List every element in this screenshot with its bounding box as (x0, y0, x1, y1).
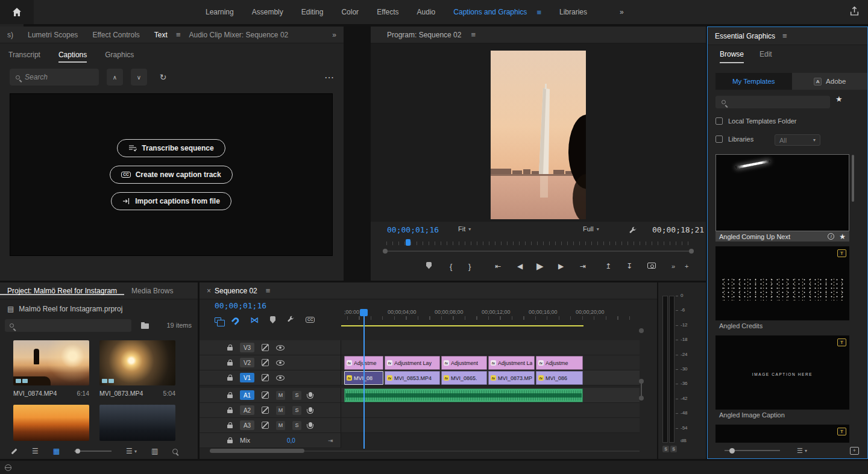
tab-sequence-02[interactable]: Sequence 02 (212, 287, 265, 295)
track-lane-a2[interactable] (341, 403, 640, 418)
scrollbar[interactable] (852, 155, 854, 202)
nest-toggle-icon[interactable] (215, 317, 221, 323)
clip-thumbnail-mvi-0873[interactable] (99, 340, 175, 385)
workspace-effects[interactable]: Effects (377, 8, 398, 16)
mute-button[interactable]: M (276, 406, 285, 415)
tab-browse[interactable]: Browse (720, 50, 744, 63)
sync-lock-icon[interactable] (262, 422, 269, 429)
filter-local-templates[interactable]: Local Templates Folder (715, 117, 797, 125)
info-icon[interactable]: i (828, 233, 834, 240)
export-frame-button[interactable] (647, 259, 656, 273)
extract-button[interactable]: ↧ (626, 259, 632, 273)
subtab-captions[interactable]: Captions (58, 51, 87, 63)
template-label-bar[interactable]: Angled Coming Up Next i ★ (715, 231, 849, 242)
slider-knob[interactable] (729, 448, 735, 454)
lock-icon[interactable] (227, 425, 233, 428)
voiceover-record-icon[interactable] (309, 407, 312, 412)
lock-icon[interactable] (227, 347, 233, 351)
icon-view-button[interactable]: ▦ (53, 447, 60, 455)
lock-icon[interactable] (227, 440, 233, 443)
subtab-transcript[interactable]: Transcript (8, 51, 40, 63)
panel-menu-icon[interactable]: ≡ (266, 286, 271, 295)
step-forward-button[interactable]: ▶ (558, 259, 564, 273)
caption-search-input[interactable]: Search (10, 69, 99, 86)
horizontal-scrollbar-handle[interactable] (210, 449, 304, 453)
clip-thumbnail-mvi-0874[interactable] (13, 340, 89, 385)
mark-in-button[interactable]: { (450, 259, 452, 273)
program-timecode[interactable]: 00;00;01;16 (387, 225, 439, 234)
favorite-star-icon[interactable]: ★ (839, 232, 846, 241)
program-viewer[interactable] (371, 43, 706, 222)
checkbox[interactable] (715, 117, 723, 125)
go-to-out-button[interactable]: ⇥ (580, 259, 586, 273)
workspace-menu-icon[interactable]: ≡ (536, 8, 541, 17)
refresh-captions-button[interactable]: ↻ (155, 69, 171, 86)
thumbnail-size-slider[interactable] (725, 450, 780, 451)
clip-adjustment-layer[interactable]: fxAdjustme (536, 356, 583, 370)
solo-left-button[interactable]: S (662, 446, 669, 452)
panel-menu-icon[interactable]: ≡ (471, 30, 476, 39)
template-angled-credits[interactable]: T (715, 246, 849, 320)
lock-icon[interactable] (227, 394, 233, 398)
track-label-v2[interactable]: V2 (240, 358, 254, 367)
program-playhead[interactable] (406, 239, 410, 246)
step-back-button[interactable]: ◀ (517, 259, 523, 273)
thumbnail-size-slider[interactable] (74, 451, 112, 452)
new-layer-button[interactable]: + (850, 447, 859, 455)
clip-name[interactable]: MVI_0873.MP4 (99, 390, 143, 397)
track-label-a2[interactable]: A2 (240, 405, 254, 415)
lock-icon[interactable] (227, 377, 233, 381)
solo-button[interactable]: S (292, 391, 301, 400)
track-lane-a3[interactable] (341, 418, 640, 433)
sync-lock-icon[interactable] (262, 374, 269, 381)
workspace-color[interactable]: Color (341, 8, 359, 16)
tab-overflow-icon[interactable]: » (332, 31, 344, 39)
track-label-v1[interactable]: V1 (240, 373, 254, 382)
tab-edit[interactable]: Edit (760, 50, 772, 63)
libraries-select[interactable]: All ▾ (775, 134, 820, 146)
clip-audio[interactable] (344, 388, 583, 402)
timeline-settings-icon[interactable] (287, 314, 294, 325)
subtab-graphics[interactable]: Graphics (105, 51, 134, 63)
voiceover-record-icon[interactable] (309, 422, 312, 427)
template-search-input[interactable] (715, 96, 830, 108)
close-sequence-icon[interactable]: × (200, 287, 212, 295)
workspace-overflow-icon[interactable]: » (620, 8, 624, 16)
track-label-a3[interactable]: A3 (240, 420, 254, 430)
captions-menu-icon[interactable]: CC (306, 317, 315, 323)
clip-adjustment-layer[interactable]: fxAdjustment (441, 356, 487, 370)
source-my-templates[interactable]: My Templates (715, 73, 792, 90)
transport-overflow-icon[interactable]: » (671, 259, 675, 273)
linked-selection-icon[interactable]: ⋈ (250, 315, 259, 325)
solo-right-button[interactable]: S (670, 446, 677, 452)
zoom-handle-left[interactable] (383, 249, 388, 254)
work-area-bar[interactable] (341, 325, 583, 326)
checkbox[interactable] (715, 136, 723, 143)
clip-video[interactable]: fxMVI_0873.MP (488, 371, 535, 385)
lock-icon[interactable] (227, 362, 233, 366)
clip-thumbnail[interactable] (13, 405, 89, 441)
clip-video[interactable]: fxMVI_0853.MP4 (385, 371, 440, 385)
previous-caption-button[interactable]: ∧ (107, 69, 123, 86)
clip-video[interactable]: fxMVI_086 (536, 371, 583, 385)
home-button[interactable] (0, 0, 34, 24)
play-button[interactable]: ▶ (536, 259, 544, 273)
tab-text[interactable]: Text (147, 31, 175, 39)
clip-name[interactable]: MVI_0874.MP4 (13, 390, 57, 397)
template-partial[interactable]: T (715, 425, 849, 444)
solo-button[interactable]: S (292, 406, 301, 415)
program-zoom-scrollbar[interactable] (388, 251, 689, 252)
track-label-a1[interactable]: A1 (240, 390, 254, 400)
import-captions-button[interactable]: Import captions from file (111, 192, 231, 210)
panel-menu-icon[interactable]: ≡ (782, 31, 787, 40)
zoom-level-select[interactable]: Fit▾ (458, 225, 471, 232)
sort-button[interactable]: ☰▾ (126, 447, 137, 455)
create-caption-track-button[interactable]: CC Create new caption track (110, 166, 232, 184)
solo-button[interactable]: S (292, 421, 301, 430)
playhead-handle[interactable] (360, 309, 368, 316)
mark-out-button[interactable]: } (468, 259, 471, 273)
clip-thumbnail[interactable] (99, 405, 175, 441)
monitor-settings-button[interactable] (629, 226, 637, 237)
sort-button[interactable]: ☰▾ (797, 447, 807, 455)
tab-media-browser[interactable]: Media Brows (124, 287, 180, 295)
